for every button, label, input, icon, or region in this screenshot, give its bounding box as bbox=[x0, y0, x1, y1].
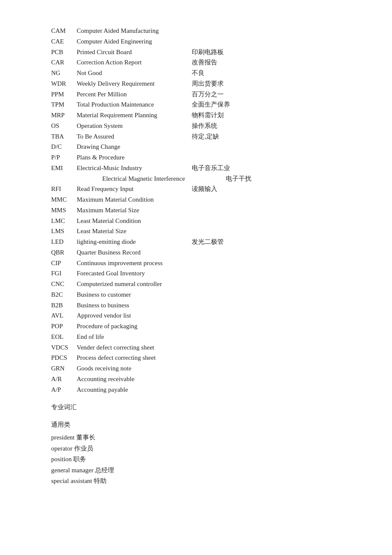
vocab-row: position 职务 bbox=[51, 454, 341, 465]
abbr-chinese: 电子干扰 bbox=[226, 173, 251, 184]
vocab-chinese: 职务 bbox=[73, 456, 86, 462]
abbr-chinese: 操作系统 bbox=[192, 121, 217, 131]
abbr-code: VDCS bbox=[51, 342, 77, 353]
abbr-row: LMSLeast Material Size bbox=[51, 226, 341, 237]
abbr-row: A/PAccounting payable bbox=[51, 384, 341, 395]
abbr-english: Forecasted Goal Inventory bbox=[77, 268, 187, 279]
abbr-english: Procedure of packaging bbox=[77, 321, 187, 332]
abbr-english: To Be Assured bbox=[77, 131, 187, 142]
abbr-row: CAMComputer Aided Manufacturing bbox=[51, 26, 341, 36]
abbr-row: TBATo Be Assured待定,定缺 bbox=[51, 131, 341, 142]
vocab-chinese: 作业员 bbox=[74, 445, 93, 452]
abbr-code: RFI bbox=[51, 184, 77, 194]
abbr-code: FGI bbox=[51, 268, 77, 279]
abbr-row: P/PPlans & Procedure bbox=[51, 152, 341, 163]
abbr-english: Least Material Condition bbox=[77, 216, 187, 226]
abbr-english: Drawing Change bbox=[77, 142, 187, 152]
abbr-english: Process defect correcting sheet bbox=[77, 353, 187, 363]
abbr-row: A/RAccounting receivable bbox=[51, 374, 341, 384]
abbr-english: Percent Per Million bbox=[77, 89, 187, 100]
abbr-chinese: 读频输入 bbox=[192, 184, 217, 194]
vocab-row: operator 作业员 bbox=[51, 443, 341, 454]
abbr-code: OS bbox=[51, 121, 77, 131]
abbr-row: OSOperation System操作系统 bbox=[51, 121, 341, 131]
abbr-row: CIPContinuous improvement process bbox=[51, 258, 341, 269]
abbr-english: Electrical Magnetic Interference bbox=[102, 173, 222, 184]
vocab-english: position bbox=[51, 456, 73, 462]
abbr-row: LMCLeast Material Condition bbox=[51, 216, 341, 226]
abbr-code: A/R bbox=[51, 374, 77, 384]
abbr-english: Weekly Delivery Requirement bbox=[77, 78, 187, 89]
abbr-code: A/P bbox=[51, 384, 77, 395]
abbr-code: EOL bbox=[51, 332, 77, 342]
abbr-code: TPM bbox=[51, 99, 77, 110]
vocab-english: special assistant bbox=[51, 477, 94, 484]
abbr-chinese: 电子音乐工业 bbox=[192, 163, 230, 173]
abbr-code: B2B bbox=[51, 300, 77, 311]
abbr-chinese: 改善报告 bbox=[192, 57, 217, 68]
abbr-code: P/P bbox=[51, 152, 77, 163]
abbr-english: Business to customer bbox=[77, 289, 187, 300]
abbr-row: CNCComputerized numeral controller bbox=[51, 279, 341, 289]
abbr-row: MRPMaterial Requirement Planning物料需计划 bbox=[51, 110, 341, 121]
abbr-row: PDCSProcess defect correcting sheet bbox=[51, 353, 341, 363]
abbr-english: Material Requirement Planning bbox=[77, 110, 187, 121]
abbr-english: Not Good bbox=[77, 68, 187, 78]
abbr-row: POPProcedure of packaging bbox=[51, 321, 341, 332]
abbr-english: Computerized numeral controller bbox=[77, 279, 187, 289]
general-section-title: 通用类 bbox=[51, 421, 341, 429]
abbr-english: Vender defect correcting sheet bbox=[77, 342, 187, 353]
vocab-list: president 董事长operator 作业员position 职务gene… bbox=[51, 432, 341, 487]
abbr-code: D/C bbox=[51, 142, 77, 152]
abbr-english: Least Material Size bbox=[77, 226, 187, 237]
abbr-code: PCB bbox=[51, 47, 77, 58]
abbr-code: QBR bbox=[51, 247, 77, 258]
abbr-english: Quarter Business Record bbox=[77, 247, 187, 258]
abbr-code: PPM bbox=[51, 89, 77, 100]
abbr-row: LEDlighting-emitting diode发光二极管 bbox=[51, 237, 341, 247]
abbr-chinese: 不良 bbox=[192, 68, 205, 78]
abbr-code: POP bbox=[51, 321, 77, 332]
abbr-english: Read Frequency Input bbox=[77, 184, 187, 194]
abbr-code: LMC bbox=[51, 216, 77, 226]
abbr-english: Printed Circuit Board bbox=[77, 47, 187, 58]
vocab-row: general manager 总经理 bbox=[51, 465, 341, 476]
abbr-row: AVLApproved vendor list bbox=[51, 310, 341, 321]
abbr-english: Accounting receivable bbox=[77, 374, 187, 384]
abbr-english: Maximum Material Condition bbox=[77, 194, 187, 205]
abbr-row: D/CDrawing Change bbox=[51, 142, 341, 152]
abbr-row: Electrical Magnetic Interference电子干扰 bbox=[51, 173, 341, 184]
abbr-row: VDCSVender defect correcting sheet bbox=[51, 342, 341, 353]
abbr-row: MMCMaximum Material Condition bbox=[51, 194, 341, 205]
abbr-code: WDR bbox=[51, 78, 77, 89]
abbr-code: CAR bbox=[51, 57, 77, 68]
vocab-chinese: 特助 bbox=[94, 477, 107, 484]
abbr-row: EMIElectrical-Music Industry电子音乐工业 bbox=[51, 163, 341, 173]
abbr-code: GRN bbox=[51, 363, 77, 374]
abbr-code: MRP bbox=[51, 110, 77, 121]
abbr-english: Business to business bbox=[77, 300, 187, 311]
abbr-code: CAE bbox=[51, 36, 77, 47]
section-label: 专业词汇 bbox=[51, 403, 341, 411]
abbr-code: LMS bbox=[51, 226, 77, 237]
vocab-chinese: 董事长 bbox=[76, 434, 95, 441]
abbr-english: Continuous improvement process bbox=[77, 258, 187, 269]
abbr-code: B2C bbox=[51, 289, 77, 300]
abbr-chinese: 百万分之一 bbox=[192, 89, 224, 100]
abbr-english: Maximum Material Size bbox=[77, 205, 187, 216]
abbr-english: Computer Aided Manufacturing bbox=[77, 26, 187, 36]
abbr-chinese: 待定,定缺 bbox=[192, 131, 219, 142]
abbr-code: CAM bbox=[51, 26, 77, 36]
abbr-english: End of life bbox=[77, 332, 187, 342]
abbr-row: RFIRead Frequency Input读频输入 bbox=[51, 184, 341, 194]
abbreviation-list: CAMComputer Aided ManufacturingCAEComput… bbox=[51, 26, 341, 395]
abbr-code: CNC bbox=[51, 279, 77, 289]
abbr-code: MMS bbox=[51, 205, 77, 216]
abbr-english: Accounting payable bbox=[77, 384, 187, 395]
abbr-row: MMSMaximum Material Size bbox=[51, 205, 341, 216]
vocab-english: general manager bbox=[51, 467, 95, 474]
abbr-code: CIP bbox=[51, 258, 77, 269]
abbr-english: Plans & Procedure bbox=[77, 152, 187, 163]
abbr-english: Operation System bbox=[77, 121, 187, 131]
abbr-english: Correction Action Report bbox=[77, 57, 187, 68]
